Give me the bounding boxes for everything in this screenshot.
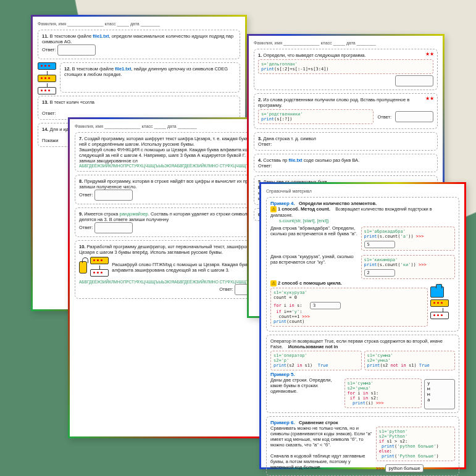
- example-in-operator: Оператор in возвращает True, если первая…: [266, 335, 459, 413]
- warning-icon: ⚠: [270, 280, 277, 286]
- code-snippet: s1='абракадабра'print(s.count('a')) >>> …: [361, 227, 456, 251]
- lock-icon: [79, 261, 87, 273]
- code-snippet: s1='сумма's2='умка' for i in s1: if i in…: [344, 378, 422, 408]
- code-snippet: s1='сумма's2='умка'print(s2 not in s1) T…: [364, 351, 456, 370]
- header-line: Фамилия, имя _______________ класс _____…: [38, 22, 240, 26]
- code-snippet: s='дельтоплан'printprint(s[:2]+s[:-1]+s[…: [258, 59, 433, 74]
- output: 3: [310, 302, 341, 309]
- output: python больше: [385, 464, 423, 472]
- example-6: Пример 6. Сравнение строк Сравнивать мож…: [266, 416, 459, 476]
- answer-box[interactable]: [395, 75, 433, 86]
- task-3: 3. Дана строка т. д. символОтвет:: [254, 132, 438, 151]
- header-line: Фамилия, имя _______________ класс _____…: [254, 41, 438, 45]
- diagram-icon: [430, 286, 455, 328]
- code-snippet: s1='кукуруза' count = 0 for i in s: 3 if…: [270, 288, 428, 327]
- code-snippet: s1='кикимора'print(s.count('ки')) >>> 2: [361, 255, 456, 279]
- alphabet: АБВГДЕЁЖЗИЙКЛМНОПРСТУФХЦЧШЩЪЫЬЭЮЯАБВГДЕЁ…: [79, 164, 273, 168]
- reference-page: Справочный материал Пример 4. Определи к…: [259, 182, 466, 469]
- example-4: Пример 4. Определи количество элементов.…: [266, 197, 459, 332]
- output: 2: [364, 269, 395, 277]
- diagram-icon: [38, 62, 56, 96]
- code-snippet: s1='python's2='Python' if s1 > s2: print…: [376, 427, 455, 461]
- answer-box[interactable]: [94, 190, 133, 201]
- task-11: 11. В текстовом файле file1.txt, определ…: [38, 30, 240, 59]
- task-4: 4. Составь пр file.txt соде сколько раз …: [254, 154, 438, 172]
- reference-title: Справочный материал: [266, 189, 459, 193]
- difficulty-stars: ★★: [425, 51, 434, 57]
- output: 5: [364, 241, 395, 248]
- task-13: 13. В текст колич «соглаОтвет:: [38, 96, 240, 120]
- code-snippet: s1='оператор's2='р'print(s2 in s1) True: [270, 351, 362, 370]
- diagram-icon: [90, 257, 109, 278]
- task-2: ★★ 2. Из слова родственники получили сло…: [254, 93, 438, 129]
- task-1: ★★ 1. Определи, что выведет следующая пр…: [254, 49, 438, 90]
- output: у м м а: [424, 379, 455, 409]
- code-snippet: s='родственники'print(s[:?]): [258, 109, 374, 124]
- answer-box[interactable]: [94, 222, 133, 233]
- answer-box[interactable]: [395, 111, 433, 122]
- alphabet: АБВГДЕЁЖЗИЙКЛМНОПРСТУФХЦЧШЩЪЫЬЭЮЯАБВГДЕЁ…: [79, 280, 273, 284]
- answer-box[interactable]: [57, 44, 96, 56]
- task-12: 12. В текстовом файле file1.txt, найди д…: [60, 62, 240, 93]
- warning-icon: ⚠: [270, 206, 277, 212]
